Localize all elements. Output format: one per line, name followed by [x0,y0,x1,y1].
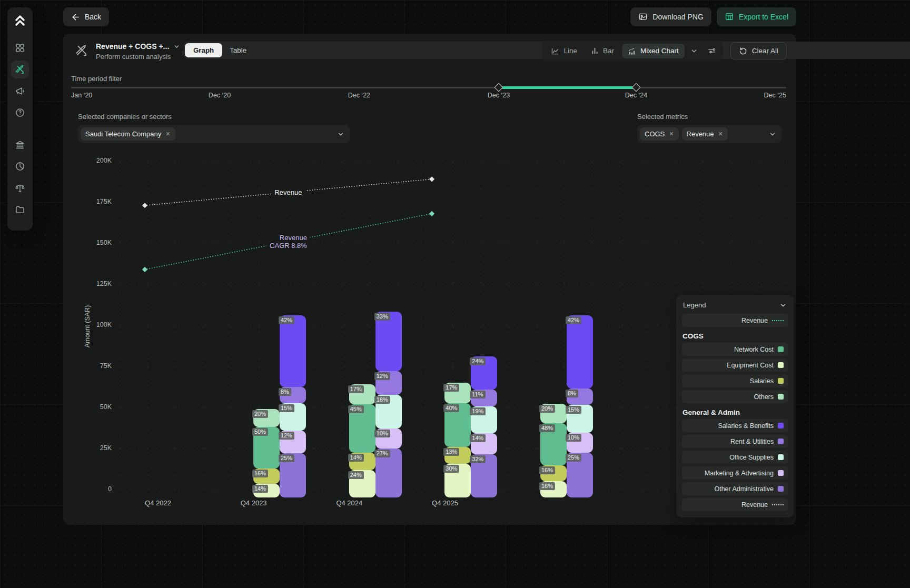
legend-section-header: General & Admin [682,408,788,416]
tool-title[interactable]: Revenue + COGS +... [96,42,169,51]
chart-controls: Line Bar Mixed Chart Cle [542,41,787,61]
tab-table[interactable]: Table [222,43,254,57]
back-label: Back [85,13,101,21]
time-filter-label: Time period filter [71,75,122,83]
sidebar-item-files[interactable] [11,201,29,218]
trend-line-label: RevenueCAGR 8.8% [266,233,310,251]
legend-entry[interactable]: Revenue [682,498,788,511]
chevron-down-icon[interactable] [779,302,787,309]
selected-chip[interactable]: Revenue✕ [682,127,728,141]
legend-color-swatch [778,454,784,460]
chart-type-mixed[interactable]: Mixed Chart [622,44,685,58]
download-png-label: Download PNG [652,13,704,21]
chart-type-bar[interactable]: Bar [585,44,620,58]
back-button[interactable]: Back [63,7,109,26]
image-download-icon [638,12,648,22]
company-chips: Saudi Telecom Company✕ [81,127,175,141]
companies-select[interactable]: Saudi Telecom Company✕ [78,125,350,143]
legend-entry[interactable]: Others [682,390,788,403]
legend-entry-label: Revenue [741,501,768,509]
slider-selected-range[interactable] [499,86,636,89]
legend-entry[interactable]: Rent & Utilities [682,435,788,448]
chart-settings-icon[interactable] [704,43,720,58]
legend-entry[interactable]: Office Supplies [682,451,788,464]
reset-icon [739,47,747,55]
trend-line-label: Revenue [271,187,305,197]
legend-entry-label: Network Cost [734,346,774,353]
slider-handle-end[interactable] [631,83,640,92]
metrics-select-group: Selected metrics COGS✕Revenue✕ [637,113,782,143]
sidebar-item-help[interactable] [11,104,29,122]
sidebar-item-compare[interactable] [11,179,29,197]
export-to-excel-button[interactable]: Export to Excel [717,7,796,26]
slider-handle-start[interactable] [494,83,503,92]
legend-entry-label: Other Administrative [714,485,774,493]
chart-type-group: Line Bar Mixed Chart [542,41,723,61]
chart-type-line[interactable]: Line [545,44,583,58]
line-chart-icon [551,47,559,55]
metrics-select[interactable]: COGS✕Revenue✕ [637,125,782,143]
clear-all-label: Clear All [752,47,778,55]
app-root: Back Download PNG Export to Excel Revenu… [0,0,910,588]
sidebar [7,7,33,231]
legend-color-swatch [778,438,784,444]
remove-chip-icon[interactable]: ✕ [718,131,723,137]
chip-label: Revenue [687,130,714,138]
legend-entry-label: Marketing & Advertising [705,470,774,477]
legend-entry[interactable]: Network Cost [682,343,788,356]
time-tick-label: Dec ‘22 [348,92,370,99]
export-excel-label: Export to Excel [739,13,788,21]
legend-panel: Legend RevenueCOGSNetwork CostEquipment … [676,295,794,517]
app-logo-icon[interactable] [14,14,26,27]
bar-chart-icon [591,47,599,55]
legend-entry-label: Office Supplies [729,454,774,461]
time-range-slider[interactable] [71,86,786,89]
selected-chip[interactable]: COGS✕ [640,127,679,141]
chip-label: COGS [645,130,665,138]
time-tick-label: Dec ‘24 [625,92,647,99]
sidebar-item-custom-analysis[interactable] [11,61,29,78]
tool-header: Revenue + COGS +... Perform custom analy… [75,42,180,61]
legend-entry-label: Rent & Utilities [730,438,774,445]
legend-entry[interactable]: Salaries [682,374,788,387]
legend-entry[interactable]: Marketing & Advertising [682,466,788,480]
sidebar-item-dashboard[interactable] [11,39,29,57]
download-png-button[interactable]: Download PNG [630,7,711,26]
legend-entry-label: Salaries & Benefits [718,422,774,430]
legend-entry[interactable]: Other Administrative [682,482,788,495]
legend-entry[interactable]: Equipment Cost [682,358,788,372]
tool-subtitle: Perform custom analysis [96,53,180,61]
remove-chip-icon[interactable]: ✕ [165,131,170,137]
sidebar-item-announcements[interactable] [11,82,29,100]
mixed-chart-icon [628,47,636,55]
legend-entry-label: Revenue [741,317,768,324]
clear-all-button[interactable]: Clear All [730,42,787,60]
legend-color-swatch [778,362,784,368]
remove-chip-icon[interactable]: ✕ [669,131,674,137]
custom-analysis-icon [75,44,88,57]
legend-line-swatch [772,504,784,505]
legend-color-swatch [778,346,784,352]
chart-type-mixed-label: Mixed Chart [640,47,679,55]
time-tick-label: Dec ‘23 [488,92,510,99]
sidebar-item-banks[interactable] [11,136,29,154]
legend-entries: RevenueCOGSNetwork CostEquipment CostSal… [682,314,788,511]
legend-color-swatch [778,378,784,384]
metrics-label: Selected metrics [637,113,782,121]
legend-entry[interactable]: Revenue [682,314,788,327]
chart-type-line-label: Line [563,47,577,55]
chart-type-dropdown-chevron[interactable] [687,44,701,58]
topbar-actions: Download PNG Export to Excel [630,7,796,26]
chevron-down-icon[interactable] [337,131,344,138]
chevron-down-icon[interactable] [769,131,776,138]
slider-track[interactable] [71,87,786,88]
legend-entry-label: Equipment Cost [727,362,774,369]
selected-chip[interactable]: Saudi Telecom Company✕ [81,127,175,141]
legend-entry[interactable]: Salaries & Benefits [682,419,788,432]
tab-graph[interactable]: Graph [185,43,222,57]
legend-color-swatch [778,486,784,492]
legend-color-swatch [778,470,784,476]
sidebar-item-reports[interactable] [11,157,29,175]
chevron-down-icon[interactable] [173,43,180,50]
companies-label: Selected companies or sectors [78,113,350,121]
